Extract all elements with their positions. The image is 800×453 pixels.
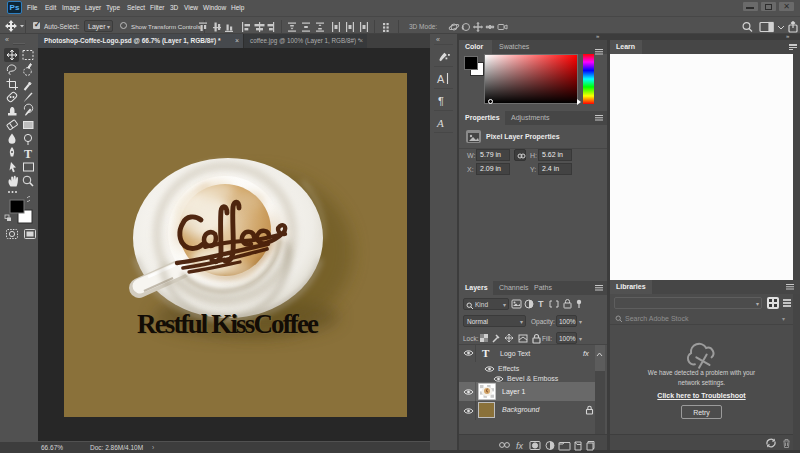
svg-text:T: T xyxy=(538,299,544,309)
svg-text:Restful KissCoffee: Restful KissCoffee xyxy=(137,309,319,339)
svg-text:¶: ¶ xyxy=(438,95,444,107)
svg-text:A: A xyxy=(437,73,445,85)
svg-text:A: A xyxy=(436,117,444,129)
svg-text:fx: fx xyxy=(516,441,524,451)
svg-text:T: T xyxy=(24,147,32,161)
